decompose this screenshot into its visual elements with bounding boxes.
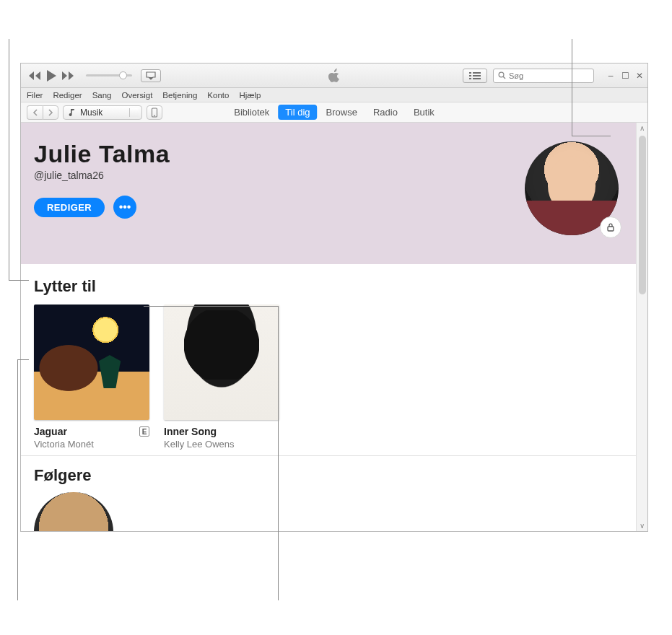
follower-avatar[interactable]	[34, 492, 113, 531]
tab-store[interactable]: Butik	[406, 105, 442, 120]
more-options-button[interactable]: •••	[113, 196, 136, 219]
svg-rect-5	[473, 78, 481, 79]
menu-item[interactable]: Oversigt	[122, 91, 153, 100]
play-icon[interactable]	[45, 69, 57, 82]
music-note-icon	[68, 108, 76, 117]
volume-slider[interactable]	[86, 74, 132, 76]
nav-forward-button[interactable]	[43, 105, 58, 120]
callout-line	[278, 306, 279, 600]
device-button[interactable]	[147, 105, 162, 120]
apple-logo-icon	[328, 69, 341, 83]
profile-avatar-wrap	[525, 141, 619, 235]
vertical-scrollbar[interactable]: ∧ ∨	[636, 123, 647, 531]
callout-line	[9, 280, 29, 281]
next-track-icon[interactable]	[61, 71, 74, 81]
nav-bar: Musik ▴▾ Bibliotek Til dig Browse Radio …	[21, 102, 647, 123]
album-title: Jaguar	[34, 426, 67, 437]
select-chevrons-icon: ▴▾	[135, 108, 138, 117]
playback-controls	[28, 69, 74, 82]
section-heading-listening: Lytter til	[34, 277, 623, 296]
content-area: Julie Talma @julie_talma26 REDIGER •••	[21, 123, 647, 531]
album-title: Inner Song	[164, 426, 217, 437]
tab-library[interactable]: Bibliotek	[227, 105, 276, 120]
album-cover[interactable]	[34, 305, 149, 420]
lock-icon	[606, 222, 616, 232]
svg-rect-0	[469, 72, 471, 74]
menu-item[interactable]: Betjening	[162, 91, 197, 100]
section-heading-followers: Følgere	[34, 466, 623, 485]
callout-line	[17, 359, 18, 600]
content-tabs: Bibliotek Til dig Browse Radio Butik	[227, 105, 442, 120]
menu-item[interactable]: Sang	[92, 91, 112, 100]
svg-rect-4	[469, 78, 471, 79]
content-scroll-view[interactable]: Julie Talma @julie_talma26 REDIGER •••	[21, 123, 636, 531]
volume-track[interactable]	[86, 74, 132, 76]
window-maximize-button[interactable]: ☐	[621, 71, 629, 80]
svg-rect-3	[473, 75, 481, 76]
album-card[interactable]: Jaguar E Victoria Monét	[34, 305, 149, 450]
nav-back-button[interactable]	[27, 105, 43, 120]
menu-bar: Filer Rediger Sang Oversigt Betjening Ko…	[21, 88, 647, 102]
search-icon	[498, 71, 506, 79]
title-bar: – ☐ ✕	[21, 64, 647, 88]
search-input[interactable]	[509, 71, 589, 80]
scroll-down-arrow-icon[interactable]: ∨	[640, 522, 645, 530]
menu-item[interactable]: Filer	[27, 91, 43, 100]
menu-item[interactable]: Hjælp	[239, 91, 261, 100]
svg-point-6	[499, 72, 504, 77]
volume-thumb[interactable]	[119, 71, 127, 79]
album-row: Jaguar E Victoria Monét Inner Song Kelly…	[34, 305, 623, 450]
tab-radio[interactable]: Radio	[366, 105, 405, 120]
album-artist: Kelly Lee Owens	[164, 439, 279, 450]
svg-rect-2	[469, 75, 471, 76]
window-close-button[interactable]: ✕	[636, 71, 643, 80]
list-view-button[interactable]	[463, 69, 487, 83]
callout-line	[9, 39, 9, 280]
privacy-lock-badge[interactable]	[600, 216, 621, 238]
edit-profile-button[interactable]: REDIGER	[34, 198, 105, 217]
explicit-badge: E	[139, 426, 149, 437]
previous-track-icon[interactable]	[28, 71, 41, 81]
source-select[interactable]: Musik ▴▾	[63, 105, 142, 120]
svg-line-7	[503, 76, 505, 79]
source-select-label: Musik	[80, 108, 102, 118]
callout-line	[572, 39, 572, 136]
album-artist: Victoria Monét	[34, 439, 149, 450]
tab-browse[interactable]: Browse	[319, 105, 365, 120]
scroll-thumb[interactable]	[639, 136, 646, 294]
tab-for-you[interactable]: Til dig	[278, 105, 317, 120]
album-cover[interactable]	[164, 305, 279, 420]
album-card[interactable]: Inner Song Kelly Lee Owens	[164, 305, 279, 450]
section-followers: Følgere	[21, 456, 636, 531]
search-field[interactable]	[493, 69, 594, 83]
menu-item[interactable]: Rediger	[53, 91, 82, 100]
svg-point-9	[154, 115, 155, 116]
window-controls: – ☐ ✕	[607, 71, 643, 80]
menu-item[interactable]: Konto	[207, 91, 229, 100]
svg-rect-1	[473, 72, 481, 74]
scroll-up-arrow-icon[interactable]: ∧	[640, 124, 645, 132]
history-nav	[27, 105, 58, 120]
callout-line	[17, 359, 29, 360]
svg-rect-10	[608, 227, 614, 231]
section-listening: Lytter til Jaguar E Victoria Monét	[21, 264, 636, 456]
itunes-window: – ☐ ✕ Filer Rediger Sang Oversigt Betjen…	[20, 63, 648, 532]
titlebar-right-cluster: – ☐ ✕	[463, 69, 643, 83]
window-minimize-button[interactable]: –	[607, 71, 614, 80]
callout-line	[144, 306, 278, 307]
profile-banner: Julie Talma @julie_talma26 REDIGER •••	[21, 123, 636, 264]
callout-line	[572, 136, 611, 136]
airplay-button[interactable]	[141, 69, 161, 82]
